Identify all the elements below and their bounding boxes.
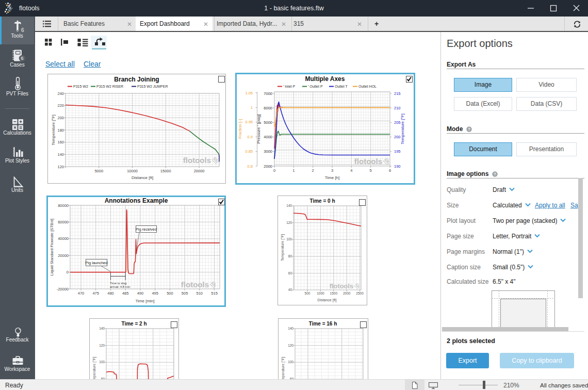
svg-text:140: 140 xyxy=(286,204,292,207)
svg-text:0: 0 xyxy=(67,270,69,274)
svg-text:Liquid Standard Flowrate [STB/: Liquid Standard Flowrate [STB/d] xyxy=(50,219,54,275)
svg-text:140: 140 xyxy=(99,327,105,330)
svg-text:120: 120 xyxy=(288,344,293,347)
svg-text:5: 5 xyxy=(370,168,372,173)
svg-text:flotools: flotools xyxy=(330,282,353,290)
svg-text:1000: 1000 xyxy=(317,291,324,295)
svg-text:500: 500 xyxy=(305,291,311,295)
svg-text:215: 215 xyxy=(394,91,401,96)
svg-text:Multiple Axes: Multiple Axes xyxy=(305,75,345,83)
svg-text:205: 205 xyxy=(394,120,401,125)
svg-text:′ Inlet P: ′ Inlet P xyxy=(283,85,295,88)
svg-text:480: 480 xyxy=(107,291,114,296)
svg-text:Annotations Example: Annotations Example xyxy=(105,197,168,204)
svg-text:10000: 10000 xyxy=(127,169,138,173)
svg-text:0.85: 0.85 xyxy=(245,149,253,154)
svg-text:Outlet HOL: Outlet HOL xyxy=(358,85,377,88)
svg-text:Pig received: Pig received xyxy=(136,227,157,232)
svg-text:120: 120 xyxy=(57,165,64,169)
svg-text:60000: 60000 xyxy=(58,220,69,224)
svg-text:flotools: flotools xyxy=(183,156,211,165)
svg-text:120: 120 xyxy=(286,221,292,224)
svg-text:Temperature [°F]: Temperature [°F] xyxy=(51,115,56,145)
svg-text:1500: 1500 xyxy=(330,291,338,295)
svg-text:Branch Joining: Branch Joining xyxy=(114,76,159,83)
svg-text:1.05: 1.05 xyxy=(245,91,253,95)
svg-text:flotools: flotools xyxy=(181,280,209,289)
svg-text:?: ? xyxy=(494,172,496,176)
svg-text:15000: 15000 xyxy=(160,169,171,173)
svg-text:Time [min]: Time [min] xyxy=(135,299,154,303)
svg-text:Temperature [°F]: Temperature [°F] xyxy=(400,113,405,144)
svg-text:2: 2 xyxy=(312,168,314,173)
svg-text:2000: 2000 xyxy=(264,164,272,169)
svg-text:100: 100 xyxy=(288,360,293,364)
svg-text:240: 240 xyxy=(57,91,64,96)
svg-text:′ Outlet P: ′ Outlet P xyxy=(308,85,323,88)
svg-text:195: 195 xyxy=(394,149,401,154)
svg-text:Pressure ′ [psig]: Pressure ′ [psig] xyxy=(256,114,261,143)
svg-text:140: 140 xyxy=(57,152,64,157)
svg-text:-20000: -20000 xyxy=(57,287,69,291)
svg-text:100: 100 xyxy=(99,360,105,364)
svg-text:?: ? xyxy=(468,127,470,132)
svg-text:0: 0 xyxy=(273,168,275,173)
svg-text:4: 4 xyxy=(350,168,352,173)
svg-text:2000: 2000 xyxy=(343,291,351,295)
svg-text:Temperature [°F]: Temperature [°F] xyxy=(281,234,285,261)
svg-text:140: 140 xyxy=(288,327,293,330)
svg-text:0.8: 0.8 xyxy=(248,164,253,169)
svg-text:495: 495 xyxy=(152,291,158,296)
svg-text:475: 475 xyxy=(92,291,99,296)
svg-text:Pig launched: Pig launched xyxy=(85,261,107,265)
svg-text:500: 500 xyxy=(167,291,173,296)
svg-text:0.9: 0.9 xyxy=(248,135,253,139)
svg-text:Temperature [°F]: Temperature [°F] xyxy=(281,357,285,379)
svg-text:7000: 7000 xyxy=(264,91,272,96)
svg-text:180: 180 xyxy=(57,128,64,133)
svg-text:40: 40 xyxy=(288,288,292,291)
svg-text:2500: 2500 xyxy=(356,291,364,295)
svg-text:Time = 2 h: Time = 2 h xyxy=(121,321,146,327)
svg-text:490: 490 xyxy=(137,291,144,296)
svg-text:515: 515 xyxy=(211,291,218,296)
svg-text:P315 W2 JUMPER: P315 W2 JUMPER xyxy=(137,85,168,88)
svg-text:Distance [ft]: Distance [ft] xyxy=(132,175,153,180)
svg-text:Time to slug: Time to slug xyxy=(110,282,126,285)
svg-text:20000: 20000 xyxy=(58,253,69,258)
svg-text:220: 220 xyxy=(57,103,64,108)
svg-text:Outlet T: Outlet T xyxy=(335,85,348,88)
svg-text:P315 W2 RISER: P315 W2 RISER xyxy=(96,85,123,88)
svg-text:20000: 20000 xyxy=(194,169,205,173)
svg-text:100: 100 xyxy=(286,237,292,241)
svg-text:80: 80 xyxy=(288,254,292,258)
svg-text:Fraction [-]: Fraction [-] xyxy=(238,119,242,139)
svg-text:Temperature [°F]: Temperature [°F] xyxy=(92,357,96,379)
svg-text:5000: 5000 xyxy=(94,169,103,173)
svg-text:P315 W2: P315 W2 xyxy=(73,85,88,88)
svg-text:200: 200 xyxy=(394,135,401,139)
svg-text:510: 510 xyxy=(197,291,203,296)
svg-text:arrival: 4.8 min: arrival: 4.8 min xyxy=(110,285,130,288)
svg-text:Time = 0 h: Time = 0 h xyxy=(309,198,335,204)
svg-text:120: 120 xyxy=(99,344,105,347)
svg-text:5000: 5000 xyxy=(264,120,272,125)
svg-text:3000: 3000 xyxy=(264,149,272,154)
svg-text:4000: 4000 xyxy=(264,135,272,139)
svg-text:200: 200 xyxy=(57,116,64,120)
svg-text:190: 190 xyxy=(394,164,401,169)
svg-text:6000: 6000 xyxy=(264,106,272,110)
svg-text:Time [h]: Time [h] xyxy=(325,175,340,180)
svg-text:3: 3 xyxy=(331,168,333,173)
svg-text:470: 470 xyxy=(78,291,85,296)
svg-text:485: 485 xyxy=(122,291,129,296)
svg-text:Time = 16 h: Time = 16 h xyxy=(309,321,337,327)
svg-text:1: 1 xyxy=(251,105,253,110)
svg-text:210: 210 xyxy=(394,106,401,110)
svg-text:6: 6 xyxy=(21,27,24,32)
svg-text:505: 505 xyxy=(182,291,188,296)
svg-text:40000: 40000 xyxy=(58,236,69,241)
svg-text:6: 6 xyxy=(21,55,23,61)
svg-text:flotools: flotools xyxy=(354,157,382,166)
svg-text:160: 160 xyxy=(57,140,64,144)
